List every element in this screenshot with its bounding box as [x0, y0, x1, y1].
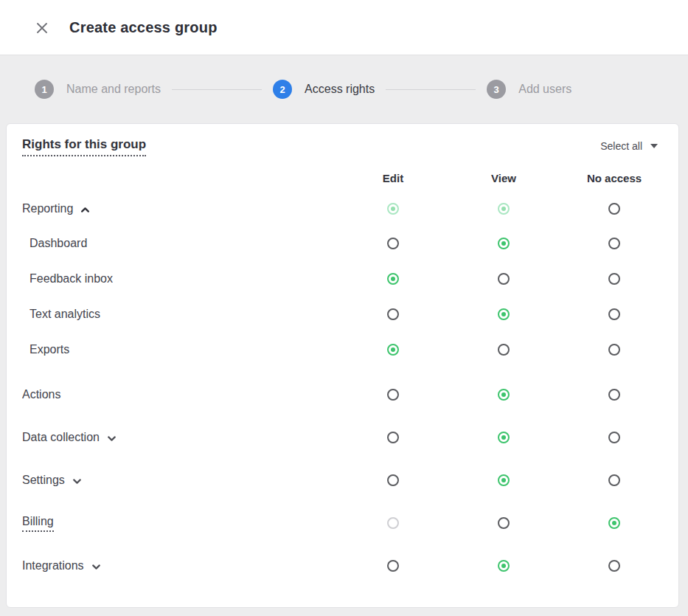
- radio-dashboard-edit[interactable]: [387, 238, 399, 249]
- step-number-badge: 3: [487, 80, 506, 99]
- modal-header: Create access group: [0, 0, 688, 55]
- chevron-up-icon: [80, 204, 91, 215]
- radio-text-analytics-no-access[interactable]: [608, 308, 620, 320]
- radio-settings-view[interactable]: [498, 474, 510, 486]
- column-header-edit: Edit: [338, 172, 448, 184]
- panel-title: Rights for this group: [22, 137, 146, 156]
- chevron-down-icon: [91, 561, 102, 572]
- row-label-dashboard: Dashboard: [22, 237, 338, 250]
- row-label-text: Settings: [22, 474, 65, 487]
- row-label-text: Exports: [29, 343, 69, 356]
- row-label-text: Feedback inbox: [29, 272, 113, 285]
- radio-text-analytics-edit[interactable]: [387, 308, 399, 320]
- radio-data-collection-edit[interactable]: [387, 432, 399, 443]
- step-connector: [172, 89, 262, 90]
- table-row-reporting: Reporting: [22, 192, 670, 226]
- table-row-settings: Settings: [22, 459, 670, 502]
- step-add-users[interactable]: 3 Add users: [487, 80, 571, 99]
- table-row-text-analytics: Text analytics: [22, 297, 670, 332]
- radio-reporting-no-access[interactable]: [608, 203, 620, 215]
- radio-integrations-no-access[interactable]: [608, 560, 620, 572]
- table-row-billing: Billing: [22, 502, 670, 544]
- close-button[interactable]: [32, 18, 52, 37]
- row-label-actions: Actions: [22, 388, 338, 401]
- radio-settings-edit[interactable]: [387, 474, 399, 486]
- stepper: 1 Name and reports 2 Access rights 3 Add…: [0, 55, 688, 123]
- row-label-text: Integrations: [22, 559, 84, 572]
- row-label-data-collection[interactable]: Data collection: [22, 431, 338, 444]
- radio-actions-view[interactable]: [498, 389, 510, 401]
- table-row-data-collection: Data collection: [22, 416, 670, 459]
- radio-reporting-edit[interactable]: [387, 203, 399, 215]
- column-header-row: Edit View No access: [22, 164, 670, 192]
- table-row-integrations: Integrations: [22, 544, 670, 587]
- row-label-text-analytics: Text analytics: [22, 308, 338, 321]
- row-label-text: Data collection: [22, 431, 100, 444]
- close-icon: [35, 21, 49, 35]
- radio-dashboard-no-access[interactable]: [608, 238, 620, 249]
- radio-integrations-edit[interactable]: [387, 560, 399, 572]
- radio-integrations-view[interactable]: [498, 560, 510, 572]
- radio-dashboard-view[interactable]: [498, 238, 510, 249]
- radio-actions-no-access[interactable]: [608, 389, 620, 401]
- step-connector: [386, 89, 476, 90]
- step-label: Name and reports: [66, 83, 161, 96]
- table-row-exports: Exports: [22, 332, 670, 367]
- row-label-text: Actions: [22, 388, 60, 401]
- rights-panel: Rights for this group Select all Edit Vi…: [6, 123, 679, 608]
- table-row-dashboard: Dashboard: [22, 226, 670, 261]
- radio-settings-no-access[interactable]: [608, 474, 620, 486]
- column-header-no-access: No access: [559, 172, 670, 184]
- chevron-down-icon: [72, 476, 83, 487]
- radio-billing-view[interactable]: [498, 517, 510, 529]
- select-all-dropdown[interactable]: Select all: [600, 140, 658, 152]
- row-label-exports: Exports: [22, 343, 338, 356]
- radio-exports-no-access[interactable]: [608, 344, 620, 356]
- row-label-feedback-inbox: Feedback inbox: [22, 272, 338, 285]
- radio-exports-view[interactable]: [498, 344, 510, 356]
- row-label-integrations[interactable]: Integrations: [22, 559, 338, 572]
- rights-table: ReportingDashboardFeedback inboxText ana…: [22, 192, 670, 587]
- step-number-badge: 1: [35, 80, 54, 99]
- chevron-down-icon: [650, 144, 658, 148]
- page-title: Create access group: [69, 19, 218, 36]
- radio-feedback-inbox-no-access[interactable]: [608, 273, 620, 285]
- table-row-feedback-inbox: Feedback inbox: [22, 261, 670, 297]
- row-label-text: Billing: [22, 515, 54, 532]
- step-number-badge: 2: [273, 80, 292, 99]
- step-access-rights[interactable]: 2 Access rights: [273, 80, 375, 99]
- select-all-label: Select all: [600, 140, 642, 152]
- radio-exports-edit[interactable]: [387, 344, 399, 356]
- radio-data-collection-view[interactable]: [498, 432, 510, 443]
- radio-feedback-inbox-edit[interactable]: [387, 273, 399, 285]
- radio-feedback-inbox-view[interactable]: [498, 273, 510, 285]
- step-label: Add users: [518, 83, 571, 96]
- row-label-text: Dashboard: [29, 237, 87, 250]
- row-label-billing[interactable]: Billing: [22, 515, 338, 532]
- table-row-actions: Actions: [22, 373, 670, 416]
- radio-actions-edit[interactable]: [387, 389, 399, 401]
- row-label-text: Text analytics: [29, 308, 100, 321]
- radio-data-collection-no-access[interactable]: [608, 432, 620, 443]
- row-label-text: Reporting: [22, 202, 73, 215]
- radio-billing-no-access[interactable]: [608, 517, 620, 529]
- step-name-and-reports[interactable]: 1 Name and reports: [35, 80, 161, 99]
- radio-text-analytics-view[interactable]: [498, 308, 510, 320]
- step-label: Access rights: [305, 83, 375, 96]
- column-header-view: View: [448, 172, 559, 184]
- radio-reporting-view[interactable]: [498, 203, 510, 215]
- radio-billing-edit: [387, 517, 399, 529]
- chevron-down-icon: [106, 433, 117, 444]
- row-label-settings[interactable]: Settings: [22, 474, 338, 487]
- row-label-reporting[interactable]: Reporting: [22, 202, 338, 215]
